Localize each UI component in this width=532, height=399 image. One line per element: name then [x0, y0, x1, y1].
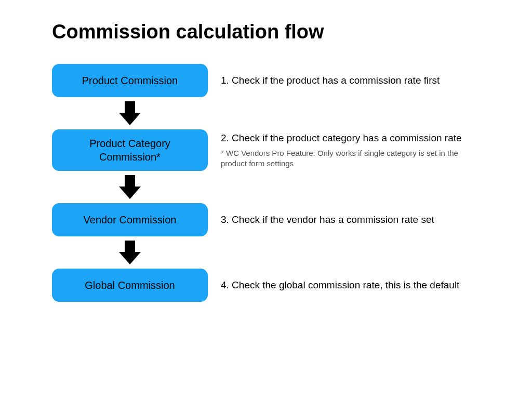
arrow-row	[52, 97, 208, 129]
flow-container: Product Commission 1. Check if the produ…	[52, 64, 480, 302]
step-desc-wrap: 1. Check if the product has a commission…	[221, 74, 440, 87]
step-box-global: Global Commission	[52, 269, 208, 302]
step-description: 1. Check if the product has a commission…	[221, 74, 440, 87]
step-box-product: Product Commission	[52, 64, 208, 97]
arrow-row	[52, 171, 208, 203]
step-box-category: Product Category Commission*	[52, 129, 208, 171]
down-arrow-icon	[118, 240, 142, 265]
step-box-label: Product Category Commission*	[62, 137, 197, 164]
down-arrow-icon	[118, 100, 142, 126]
step-box-label: Vendor Commission	[84, 213, 177, 227]
down-arrow-icon	[118, 174, 142, 200]
step-desc-wrap: 3. Check if the vendor has a commission …	[221, 213, 434, 227]
arrow-row	[52, 236, 208, 269]
step-row-3: Vendor Commission 3. Check if the vendor…	[52, 203, 480, 236]
step-description: 3. Check if the vendor has a commission …	[221, 213, 434, 227]
step-desc-wrap: 2. Check if the product category has a c…	[221, 131, 475, 169]
step-box-label: Global Commission	[85, 278, 175, 292]
step-row-4: Global Commission 4. Check the global co…	[52, 269, 480, 302]
step-note: * WC Vendors Pro Feature: Only works if …	[221, 148, 475, 169]
page-title: Commission calculation flow	[52, 21, 480, 43]
step-box-vendor: Vendor Commission	[52, 203, 208, 236]
step-description: 2. Check if the product category has a c…	[221, 131, 475, 145]
step-row-1: Product Commission 1. Check if the produ…	[52, 64, 480, 97]
step-description: 4. Check the global commission rate, thi…	[221, 278, 459, 292]
step-box-label: Product Commission	[82, 74, 178, 87]
step-row-2: Product Category Commission* 2. Check if…	[52, 129, 480, 171]
step-desc-wrap: 4. Check the global commission rate, thi…	[221, 278, 459, 292]
